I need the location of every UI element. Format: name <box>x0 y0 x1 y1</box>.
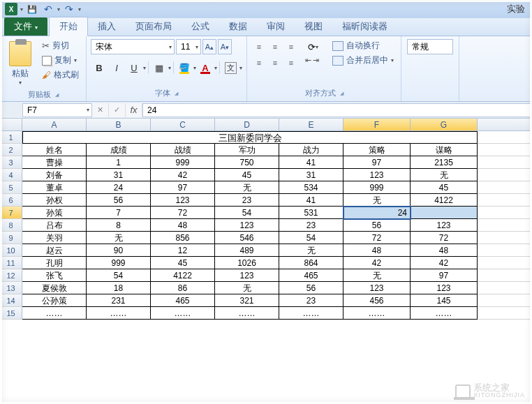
cell[interactable]: 123 <box>411 282 478 294</box>
align-center-button[interactable]: ≡ <box>267 55 283 70</box>
cell[interactable]: 8 <box>87 219 151 232</box>
number-format-select[interactable]: 常规 <box>407 39 453 54</box>
row-header-15[interactable]: 15 <box>0 307 22 319</box>
cell[interactable]: 123 <box>215 219 279 232</box>
cell-header[interactable]: 战力 <box>279 144 343 156</box>
merge-center-button[interactable]: 合并后居中▾ <box>330 54 397 67</box>
cell[interactable]: 48 <box>411 244 478 257</box>
cell[interactable]: 321 <box>215 294 279 307</box>
row-header-1[interactable]: 1 <box>0 131 22 143</box>
cell[interactable]: 465 <box>151 294 215 307</box>
align-middle-button[interactable]: ≡ <box>267 39 283 54</box>
cell[interactable]: 18 <box>87 282 151 294</box>
cell[interactable]: 孔明 <box>22 257 87 269</box>
cancel-formula-button[interactable]: ✕ <box>92 103 109 117</box>
cell-title[interactable]: 三国新委同学会 <box>22 131 478 144</box>
cell[interactable]: 1026 <box>215 257 279 269</box>
row-header-7[interactable]: 7 <box>0 207 22 218</box>
cell[interactable]: 无 <box>215 282 279 294</box>
row-header-12[interactable]: 12 <box>0 269 22 281</box>
cell[interactable]: 12 <box>151 244 215 257</box>
cell[interactable]: 231 <box>87 294 151 307</box>
cell[interactable]: 42 <box>151 169 215 181</box>
cell[interactable]: 856 <box>151 232 215 244</box>
cell[interactable]: 2135 <box>411 156 478 169</box>
cell[interactable]: 97 <box>411 269 478 282</box>
decrease-font-button[interactable]: A▾ <box>218 39 232 54</box>
col-header-G[interactable]: G <box>411 119 478 130</box>
cell-header[interactable]: 策略 <box>343 144 411 156</box>
cell[interactable]: 999 <box>343 181 411 194</box>
cell[interactable]: 无 <box>279 244 343 257</box>
copy-button[interactable]: 复制▾ <box>39 54 82 67</box>
cell[interactable]: 534 <box>279 181 343 194</box>
format-painter-button[interactable]: 🖌格式刷 <box>39 68 82 82</box>
cell[interactable]: 无 <box>87 232 151 244</box>
cell[interactable]: 145 <box>411 294 478 307</box>
cell[interactable]: …… <box>215 307 279 320</box>
wrap-text-button[interactable]: 自动换行 <box>330 39 397 52</box>
cell[interactable]: 45 <box>215 169 279 181</box>
cell[interactable]: 54 <box>215 207 279 219</box>
formula-input[interactable]: 24 <box>142 103 532 117</box>
cell[interactable]: 999 <box>151 156 215 169</box>
cell[interactable]: 86 <box>151 282 215 294</box>
cell[interactable]: 董卓 <box>22 181 87 194</box>
cell[interactable]: 31 <box>87 169 151 181</box>
cell[interactable]: 41 <box>279 156 343 169</box>
row-header-13[interactable]: 13 <box>0 282 22 294</box>
cell[interactable]: 48 <box>151 219 215 232</box>
cell[interactable]: 90 <box>87 244 151 257</box>
cell[interactable]: 张飞 <box>22 269 87 282</box>
row-header-10[interactable]: 10 <box>0 244 22 256</box>
cell[interactable]: 999 <box>87 257 151 269</box>
tab-review[interactable]: 审阅 <box>257 17 295 36</box>
cell-header[interactable]: 成绩 <box>87 144 151 156</box>
cell[interactable]: 489 <box>215 244 279 257</box>
cell[interactable]: 42 <box>411 257 478 269</box>
cell-header[interactable]: 姓名 <box>22 144 87 156</box>
bold-button[interactable]: B <box>91 60 108 75</box>
row-header-6[interactable]: 6 <box>0 194 22 206</box>
font-name-select[interactable]: 宋体▾ <box>91 39 175 54</box>
tab-formulas[interactable]: 公式 <box>182 17 219 36</box>
enter-formula-button[interactable]: ✓ <box>109 103 126 117</box>
row-header-8[interactable]: 8 <box>0 219 22 231</box>
cell[interactable]: 123 <box>151 194 215 207</box>
increase-font-button[interactable]: A▴ <box>202 39 216 54</box>
select-all-corner[interactable] <box>0 119 22 130</box>
cell[interactable]: …… <box>87 307 151 320</box>
cell[interactable]: 赵云 <box>22 244 87 257</box>
cell[interactable]: 24 <box>87 181 151 194</box>
cell[interactable]: 54 <box>87 269 151 282</box>
tab-foxit[interactable]: 福昕阅读器 <box>332 17 397 36</box>
font-color-button[interactable]: A <box>197 60 214 75</box>
name-box[interactable]: F7▾ <box>22 103 92 117</box>
cell[interactable]: 97 <box>151 181 215 194</box>
qat-customize-dropdown[interactable]: ▾ <box>78 6 81 13</box>
cell[interactable]: 31 <box>279 169 343 181</box>
cell[interactable]: …… <box>411 307 478 320</box>
cell[interactable]: 546 <box>215 232 279 244</box>
paste-dropdown-icon[interactable]: ▾ <box>19 80 22 86</box>
col-header-A[interactable]: A <box>22 119 87 130</box>
font-size-select[interactable]: 11▾ <box>176 39 201 54</box>
cell[interactable]: 56 <box>279 282 343 294</box>
decrease-indent-button[interactable]: ⇤ <box>304 55 312 66</box>
underline-button[interactable]: U <box>126 60 142 75</box>
undo-icon[interactable]: ↶ <box>41 2 55 16</box>
cell[interactable]: …… <box>22 307 87 320</box>
align-bottom-button[interactable]: ≡ <box>283 39 299 54</box>
row-header-9[interactable]: 9 <box>0 232 22 244</box>
cell[interactable]: 夏侯敦 <box>22 282 87 294</box>
cell[interactable]: 56 <box>343 219 411 232</box>
cell-header[interactable]: 军功 <box>215 144 279 156</box>
cell[interactable]: 123 <box>411 219 478 232</box>
row-header-2[interactable]: 2 <box>0 144 22 156</box>
tab-home[interactable]: 开始 <box>49 17 88 36</box>
col-header-B[interactable]: B <box>87 119 151 130</box>
cell[interactable]: 41 <box>279 194 343 207</box>
cell[interactable]: 48 <box>343 244 411 257</box>
cell[interactable]: 24 <box>343 207 411 219</box>
tab-view[interactable]: 视图 <box>295 17 332 36</box>
